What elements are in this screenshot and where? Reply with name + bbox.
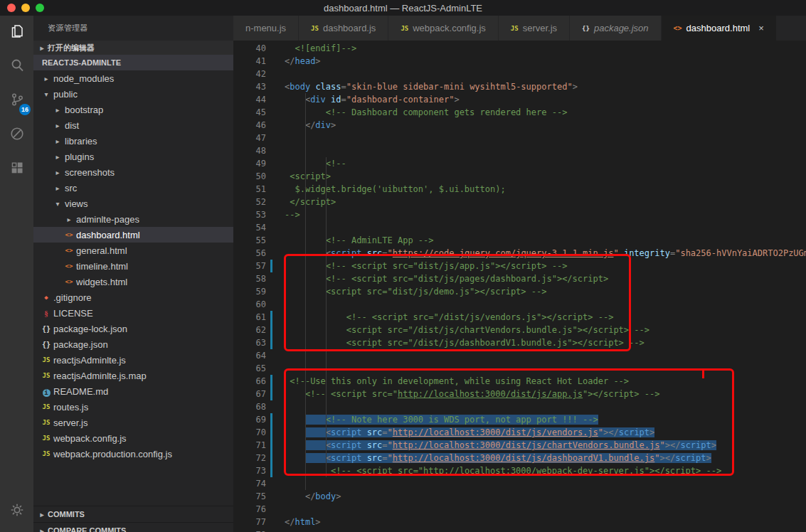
tree-item-widgets.html[interactable]: <>widgets.html xyxy=(33,274,233,289)
tree-item-server.js[interactable]: JSserver.js xyxy=(33,415,233,430)
line-number[interactable]: 42 xyxy=(233,68,266,80)
tree-item-views[interactable]: ▾views xyxy=(33,196,233,211)
line-number[interactable]: 57 xyxy=(233,260,266,272)
line-number[interactable]: 48 xyxy=(233,144,266,157)
line-number[interactable]: 64 xyxy=(233,349,266,362)
code-line-42[interactable]: 42 xyxy=(233,68,806,80)
code-line-78[interactable]: 78 xyxy=(233,528,806,532)
tab-dashboard.js[interactable]: JSdashboard.js xyxy=(299,16,388,41)
code-line-43[interactable]: 43<body class="skin-blue sidebar-mini wy… xyxy=(233,80,806,93)
line-number[interactable]: 51 xyxy=(233,183,266,196)
line-number[interactable]: 73 xyxy=(233,464,266,477)
tree-item-general.html[interactable]: <>general.html xyxy=(33,243,233,258)
line-number[interactable]: 62 xyxy=(233,324,266,336)
code-line-51[interactable]: 51 $.widget.bridge('uibutton', $.ui.butt… xyxy=(233,183,806,196)
code-line-72[interactable]: 72 <script src="http://localhost:3000/di… xyxy=(233,452,806,464)
code-line-75[interactable]: 75 </body> xyxy=(233,490,806,503)
tab-webpack.config.js[interactable]: JSwebpack.config.js xyxy=(388,16,498,41)
code-line-56[interactable]: 56 <script src="https://code.jquery.com/… xyxy=(233,247,806,260)
tree-item-public[interactable]: ▾public xyxy=(33,86,233,102)
line-number[interactable]: 66 xyxy=(233,375,266,388)
line-number[interactable]: 65 xyxy=(233,362,266,375)
close-button[interactable] xyxy=(7,4,16,12)
code-line-59[interactable]: 59 <script src="dist/js/demo.js"></scrip… xyxy=(233,285,806,298)
line-number[interactable]: 67 xyxy=(233,388,266,400)
minimize-button[interactable] xyxy=(21,4,30,12)
tree-item-package.json[interactable]: {}package.json xyxy=(33,336,233,352)
code-line-55[interactable]: 55 <!-- AdminLTE App --> xyxy=(233,234,806,247)
code-line-63[interactable]: 63 <script src="/dist/js/dashboardV1.bun… xyxy=(233,336,806,349)
code-line-45[interactable]: 45 <!-- Dashboard component gets rendere… xyxy=(233,106,806,119)
code-line-40[interactable]: 40 <![endif]--> xyxy=(233,42,806,55)
tree-item-bootstrap[interactable]: ▸bootstrap xyxy=(33,102,233,117)
code-line-64[interactable]: 64 xyxy=(233,349,806,362)
line-number[interactable]: 58 xyxy=(233,272,266,285)
tree-item-LICENSE[interactable]: §LICENSE xyxy=(33,305,233,321)
activity-search[interactable] xyxy=(0,50,33,84)
activity-source-control[interactable]: 16 xyxy=(0,84,33,118)
code-line-67[interactable]: 67 <!-- <script src="http://localhost:30… xyxy=(233,388,806,400)
code-line-54[interactable]: 54 xyxy=(233,221,806,234)
tree-item-package-lock.json[interactable]: {}package-lock.json xyxy=(33,321,233,336)
tree-item-node_modules[interactable]: ▸node_modules xyxy=(33,70,233,86)
code-line-73[interactable]: 73 <!-- <script src="http://localhost:30… xyxy=(233,464,806,477)
tab-server.js[interactable]: JSserver.js xyxy=(499,16,570,41)
code-line-57[interactable]: 57 <!-- <script src="dist/js/app.js"></s… xyxy=(233,260,806,272)
line-number[interactable]: 68 xyxy=(233,400,266,413)
code-line-53[interactable]: 53--> xyxy=(233,208,806,221)
tree-item-src[interactable]: ▸src xyxy=(33,180,233,196)
line-number[interactable]: 61 xyxy=(233,311,266,324)
line-number[interactable]: 76 xyxy=(233,503,266,516)
line-number[interactable]: 78 xyxy=(233,528,266,532)
tree-item-libraries[interactable]: ▸libraries xyxy=(33,133,233,149)
activity-extensions[interactable] xyxy=(0,152,33,186)
line-number[interactable]: 70 xyxy=(233,426,266,439)
line-number[interactable]: 47 xyxy=(233,132,266,144)
code-line-65[interactable]: 65 xyxy=(233,362,806,375)
line-number[interactable]: 45 xyxy=(233,106,266,119)
code-line-68[interactable]: 68 xyxy=(233,400,806,413)
tab-package.json[interactable]: {}package.json xyxy=(570,16,661,41)
line-number[interactable]: 63 xyxy=(233,336,266,349)
code-line-77[interactable]: 77</html> xyxy=(233,516,806,528)
code-line-76[interactable]: 76 xyxy=(233,503,806,516)
tree-item-timeline.html[interactable]: <>timeline.html xyxy=(33,258,233,274)
zoom-button[interactable] xyxy=(36,4,44,12)
line-number[interactable]: 56 xyxy=(233,247,266,260)
code-line-46[interactable]: 46 </div> xyxy=(233,119,806,132)
line-number[interactable]: 41 xyxy=(233,55,266,68)
line-number[interactable]: 71 xyxy=(233,439,266,452)
tree-item-routes.js[interactable]: JSroutes.js xyxy=(33,399,233,415)
code-line-52[interactable]: 52 </script> xyxy=(233,196,806,208)
line-number[interactable]: 75 xyxy=(233,490,266,503)
line-number[interactable]: 49 xyxy=(233,157,266,170)
line-number[interactable]: 53 xyxy=(233,208,266,221)
line-number[interactable]: 46 xyxy=(233,119,266,132)
tree-item-webpack.production.config.js[interactable]: JSwebpack.production.config.js xyxy=(33,446,233,462)
code-line-47[interactable]: 47 xyxy=(233,132,806,144)
code-line-61[interactable]: 61 <!-- <script src="/dist/js/vendors.js… xyxy=(233,311,806,324)
panel-compare-commits[interactable]: ▸COMPARE COMMITS xyxy=(33,522,233,532)
code-line-74[interactable]: 74 xyxy=(233,477,806,490)
code-line-71[interactable]: 71 <script src="http://localhost:3000/di… xyxy=(233,439,806,452)
tree-item-.gitignore[interactable]: ◆.gitignore xyxy=(33,289,233,305)
line-number[interactable]: 43 xyxy=(233,80,266,93)
open-editors-header[interactable]: ▸ 打开的编辑器 xyxy=(33,41,233,55)
tree-item-README.md[interactable]: iREADME.md xyxy=(33,383,233,399)
tab-n-menu.js[interactable]: n-menu.js xyxy=(233,16,299,41)
tree-item-dashboard.html[interactable]: <>dashboard.html xyxy=(33,227,233,243)
code-line-49[interactable]: 49 <!-- xyxy=(233,157,806,170)
code-line-41[interactable]: 41</head> xyxy=(233,55,806,68)
line-number[interactable]: 44 xyxy=(233,93,266,106)
line-number[interactable]: 60 xyxy=(233,298,266,311)
code-line-60[interactable]: 60 xyxy=(233,298,806,311)
settings-gear-button[interactable] xyxy=(0,499,33,523)
activity-debug[interactable] xyxy=(0,118,33,152)
activity-explorer[interactable] xyxy=(0,16,33,50)
line-number[interactable]: 55 xyxy=(233,234,266,247)
tree-item-reactjsAdminlte.js[interactable]: JSreactjsAdminlte.js xyxy=(33,352,233,368)
line-number[interactable]: 54 xyxy=(233,221,266,234)
line-number[interactable]: 69 xyxy=(233,413,266,426)
line-number[interactable]: 40 xyxy=(233,42,266,55)
tree-item-dist[interactable]: ▸dist xyxy=(33,117,233,133)
